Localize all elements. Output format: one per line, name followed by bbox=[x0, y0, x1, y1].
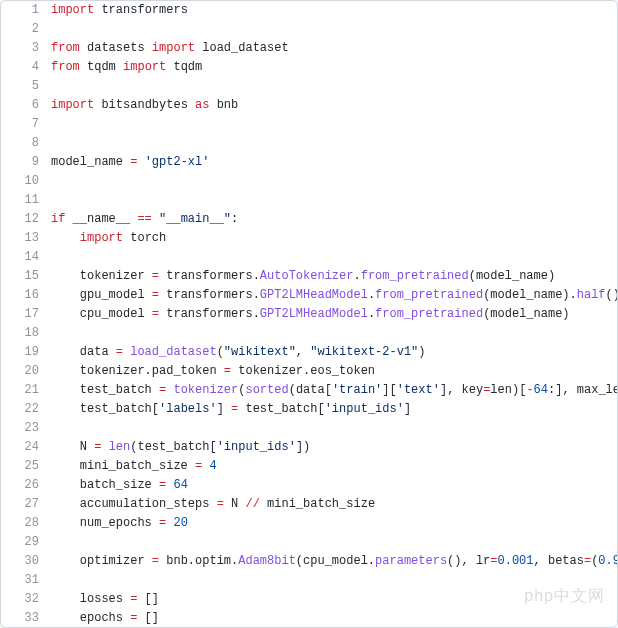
line-content: import transformers bbox=[51, 1, 617, 20]
line-content: num_epochs = 20 bbox=[51, 514, 617, 533]
line-content: accumulation_steps = N // mini_batch_siz… bbox=[51, 495, 617, 514]
line-number: 22 bbox=[1, 400, 51, 419]
line-number: 31 bbox=[1, 571, 51, 590]
line-content: from tqdm import tqdm bbox=[51, 58, 617, 77]
code-line: 6import bitsandbytes as bnb bbox=[1, 96, 617, 115]
code-line: 2 bbox=[1, 20, 617, 39]
code-line: 29 bbox=[1, 533, 617, 552]
code-line: 20 tokenizer.pad_token = tokenizer.eos_t… bbox=[1, 362, 617, 381]
line-number: 21 bbox=[1, 381, 51, 400]
line-number: 10 bbox=[1, 172, 51, 191]
line-content: cpu_model = transformers.GPT2LMHeadModel… bbox=[51, 305, 617, 324]
line-number: 29 bbox=[1, 533, 51, 552]
line-content: test_batch = tokenizer(sorted(data['trai… bbox=[51, 381, 617, 400]
line-number: 2 bbox=[1, 20, 51, 39]
line-content: from datasets import load_dataset bbox=[51, 39, 617, 58]
code-line: 21 test_batch = tokenizer(sorted(data['t… bbox=[1, 381, 617, 400]
code-line: 3from datasets import load_dataset bbox=[1, 39, 617, 58]
line-content: model_name = 'gpt2-xl' bbox=[51, 153, 617, 172]
line-content: tokenizer = transformers.AutoTokenizer.f… bbox=[51, 267, 617, 286]
code-line: 26 batch_size = 64 bbox=[1, 476, 617, 495]
code-line: 25 mini_batch_size = 4 bbox=[1, 457, 617, 476]
line-number: 18 bbox=[1, 324, 51, 343]
line-number: 28 bbox=[1, 514, 51, 533]
line-number: 30 bbox=[1, 552, 51, 571]
line-number: 25 bbox=[1, 457, 51, 476]
line-number: 8 bbox=[1, 134, 51, 153]
line-content: import bitsandbytes as bnb bbox=[51, 96, 617, 115]
code-line: 9model_name = 'gpt2-xl' bbox=[1, 153, 617, 172]
line-number: 24 bbox=[1, 438, 51, 457]
code-line: 8 bbox=[1, 134, 617, 153]
line-number: 19 bbox=[1, 343, 51, 362]
line-number: 11 bbox=[1, 191, 51, 210]
line-number: 23 bbox=[1, 419, 51, 438]
code-line: 13 import torch bbox=[1, 229, 617, 248]
code-block: 1import transformers23from datasets impo… bbox=[0, 0, 618, 628]
line-number: 7 bbox=[1, 115, 51, 134]
line-content: tokenizer.pad_token = tokenizer.eos_toke… bbox=[51, 362, 617, 381]
line-number: 33 bbox=[1, 609, 51, 628]
code-line: 33 epochs = [] bbox=[1, 609, 617, 628]
code-line: 30 optimizer = bnb.optim.Adam8bit(cpu_mo… bbox=[1, 552, 617, 571]
code-line: 10 bbox=[1, 172, 617, 191]
code-line: 14 bbox=[1, 248, 617, 267]
line-number: 5 bbox=[1, 77, 51, 96]
code-line: 17 cpu_model = transformers.GPT2LMHeadMo… bbox=[1, 305, 617, 324]
code-line: 11 bbox=[1, 191, 617, 210]
code-line: 19 data = load_dataset("wikitext", "wiki… bbox=[1, 343, 617, 362]
line-content: N = len(test_batch['input_ids']) bbox=[51, 438, 617, 457]
line-number: 27 bbox=[1, 495, 51, 514]
line-content: losses = [] bbox=[51, 590, 617, 609]
code-line: 1import transformers bbox=[1, 1, 617, 20]
line-content: mini_batch_size = 4 bbox=[51, 457, 617, 476]
line-number: 13 bbox=[1, 229, 51, 248]
code-line: 16 gpu_model = transformers.GPT2LMHeadMo… bbox=[1, 286, 617, 305]
line-content: import torch bbox=[51, 229, 617, 248]
line-content: test_batch['labels'] = test_batch['input… bbox=[51, 400, 617, 419]
line-number: 26 bbox=[1, 476, 51, 495]
line-content: batch_size = 64 bbox=[51, 476, 617, 495]
code-line: 23 bbox=[1, 419, 617, 438]
line-number: 20 bbox=[1, 362, 51, 381]
code-line: 15 tokenizer = transformers.AutoTokenize… bbox=[1, 267, 617, 286]
line-number: 17 bbox=[1, 305, 51, 324]
line-number: 3 bbox=[1, 39, 51, 58]
code-line: 18 bbox=[1, 324, 617, 343]
code-line: 12if __name__ == "__main__": bbox=[1, 210, 617, 229]
line-content: data = load_dataset("wikitext", "wikitex… bbox=[51, 343, 617, 362]
line-number: 9 bbox=[1, 153, 51, 172]
line-number: 6 bbox=[1, 96, 51, 115]
line-number: 14 bbox=[1, 248, 51, 267]
line-number: 16 bbox=[1, 286, 51, 305]
code-line: 5 bbox=[1, 77, 617, 96]
code-line: 28 num_epochs = 20 bbox=[1, 514, 617, 533]
code-line: 22 test_batch['labels'] = test_batch['in… bbox=[1, 400, 617, 419]
line-content: epochs = [] bbox=[51, 609, 617, 628]
code-line: 27 accumulation_steps = N // mini_batch_… bbox=[1, 495, 617, 514]
code-line: 7 bbox=[1, 115, 617, 134]
line-number: 15 bbox=[1, 267, 51, 286]
code-line: 32 losses = [] bbox=[1, 590, 617, 609]
line-content: gpu_model = transformers.GPT2LMHeadModel… bbox=[51, 286, 617, 305]
line-number: 4 bbox=[1, 58, 51, 77]
code-line: 4from tqdm import tqdm bbox=[1, 58, 617, 77]
line-number: 12 bbox=[1, 210, 51, 229]
code-line: 31 bbox=[1, 571, 617, 590]
line-content: optimizer = bnb.optim.Adam8bit(cpu_model… bbox=[51, 552, 617, 571]
line-number: 1 bbox=[1, 1, 51, 20]
code-line: 24 N = len(test_batch['input_ids']) bbox=[1, 438, 617, 457]
line-content: if __name__ == "__main__": bbox=[51, 210, 617, 229]
line-number: 32 bbox=[1, 590, 51, 609]
